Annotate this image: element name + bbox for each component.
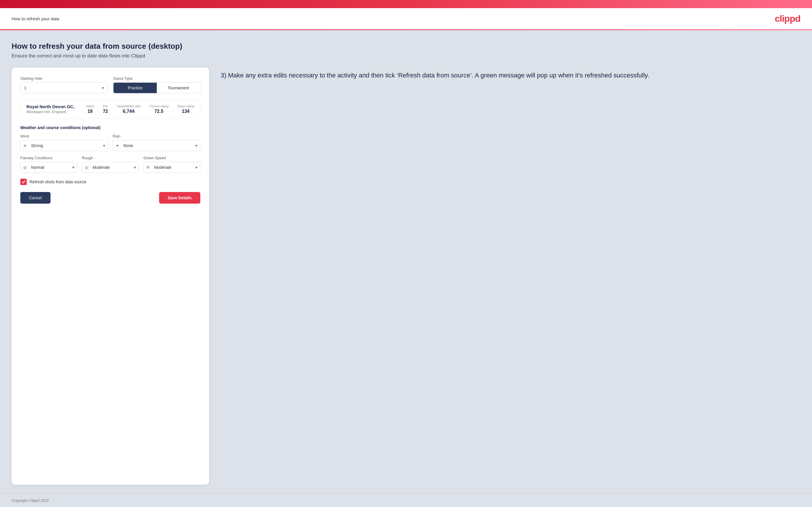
fairway-select-wrapper: ◎ Normal Soft Hard ▾	[20, 162, 77, 173]
course-stats: Holes 18 Par 72 Yards/White (M)) 6,744 C…	[86, 104, 194, 114]
top-bar	[0, 0, 812, 8]
tournament-button[interactable]: Tournament	[157, 83, 200, 93]
rain-label: Rain	[113, 134, 200, 138]
page-subheading: Ensure the correct and most up to date d…	[12, 53, 800, 59]
rain-group: Rain ✦ None Light Heavy ▾	[113, 134, 200, 151]
game-type-toggle: Practice Tournament	[113, 82, 200, 94]
course-name: Royal North Devon GC,	[27, 104, 74, 109]
par-label: Par	[103, 104, 108, 108]
wind-select[interactable]: Strong Mild None	[20, 140, 108, 151]
refresh-label: Refresh shots from data source	[30, 179, 86, 184]
yards-value: 6,744	[117, 109, 141, 114]
rough-select-wrapper: ◎ Moderate Light Heavy ▾	[82, 162, 139, 173]
stat-yards: Yards/White (M)) 6,744	[117, 104, 141, 114]
rough-label: Rough	[82, 156, 139, 160]
header: How to refresh your data clippd	[0, 8, 812, 29]
course-rating-value: 72.5	[149, 109, 168, 114]
button-row: Cancel Save Details	[20, 192, 200, 204]
starting-hole-select[interactable]: 1 10	[20, 82, 107, 94]
logo: clippd	[775, 13, 800, 24]
main-content: How to refresh your data from source (de…	[0, 30, 812, 493]
fairway-select[interactable]: Normal Soft Hard	[20, 162, 77, 173]
starting-hole-group: Starting Hole 1 10	[20, 76, 107, 94]
conditions-row-2: Fairway Conditions ◎ Normal Soft Hard ▾ …	[20, 156, 200, 173]
par-value: 72	[103, 109, 108, 114]
starting-hole-select-wrapper: 1 10	[20, 82, 107, 94]
content-area: Starting Hole 1 10 Game Type Practice To…	[12, 68, 800, 485]
course-info-box: Royal North Devon GC, Westward Ho!, Engl…	[20, 99, 200, 119]
stat-par: Par 72	[103, 104, 108, 114]
refresh-checkbox[interactable]	[20, 179, 27, 185]
wind-group: Wind ≋ Strong Mild None ▾	[20, 134, 108, 151]
holes-value: 18	[86, 109, 94, 114]
green-speed-select-wrapper: ⟳ Moderate Slow Fast ▾	[143, 162, 200, 173]
stat-holes: Holes 18	[86, 104, 94, 114]
page-heading: How to refresh your data from source (de…	[12, 42, 800, 51]
green-speed-label: Green Speed	[143, 156, 200, 160]
stat-course-rating: Course rating 72.5	[149, 104, 168, 114]
fairway-group: Fairway Conditions ◎ Normal Soft Hard ▾	[20, 156, 77, 173]
holes-label: Holes	[86, 104, 94, 108]
checkmark-icon	[21, 180, 26, 184]
course-location: Westward Ho!, England	[27, 110, 74, 114]
yards-label: Yards/White (M))	[117, 104, 141, 108]
footer-copyright: Copyright Clippd 2022	[12, 498, 49, 503]
stat-slope-rating: Slope rating 134	[177, 104, 194, 114]
green-speed-group: Green Speed ⟳ Moderate Slow Fast ▾	[143, 156, 200, 173]
rain-select-wrapper: ✦ None Light Heavy ▾	[113, 140, 200, 151]
game-type-group: Game Type Practice Tournament	[113, 76, 200, 94]
course-name-group: Royal North Devon GC, Westward Ho!, Engl…	[27, 104, 74, 114]
course-rating-label: Course rating	[149, 104, 168, 108]
top-form-row: Starting Hole 1 10 Game Type Practice To…	[20, 76, 200, 94]
conditions-row-1: Wind ≋ Strong Mild None ▾ Rain ✦	[20, 134, 200, 151]
slope-rating-value: 134	[177, 109, 194, 114]
rough-group: Rough ◎ Moderate Light Heavy ▾	[82, 156, 139, 173]
starting-hole-label: Starting Hole	[20, 76, 107, 80]
save-button[interactable]: Save Details	[159, 192, 201, 204]
green-speed-select[interactable]: Moderate Slow Fast	[143, 162, 200, 173]
footer: Copyright Clippd 2022	[0, 493, 812, 507]
header-title: How to refresh your data	[12, 16, 59, 21]
rain-select[interactable]: None Light Heavy	[113, 140, 200, 151]
wind-select-wrapper: ≋ Strong Mild None ▾	[20, 140, 108, 151]
refresh-checkbox-row: Refresh shots from data source	[20, 179, 200, 185]
game-type-label: Game Type	[113, 76, 200, 80]
side-text: 3) Make any extra edits necessary to the…	[221, 68, 800, 485]
cancel-button[interactable]: Cancel	[20, 192, 51, 204]
rough-select[interactable]: Moderate Light Heavy	[82, 162, 139, 173]
wind-label: Wind	[20, 134, 108, 138]
fairway-label: Fairway Conditions	[20, 156, 77, 160]
side-description: 3) Make any extra edits necessary to the…	[221, 70, 800, 80]
slope-rating-label: Slope rating	[177, 104, 194, 108]
conditions-section-label: Weather and course conditions (optional)	[20, 125, 200, 130]
form-panel: Starting Hole 1 10 Game Type Practice To…	[12, 68, 209, 485]
practice-button[interactable]: Practice	[113, 83, 157, 93]
